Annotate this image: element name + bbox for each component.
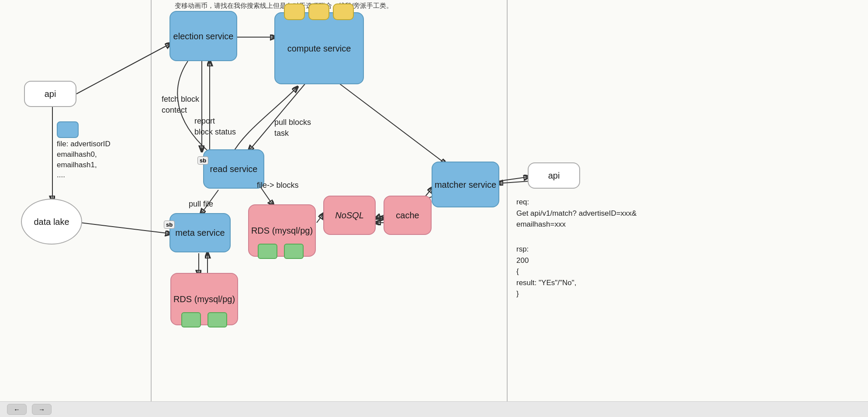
bottom-toolbar: ← →	[0, 401, 868, 417]
yellow-chip-3	[333, 3, 354, 20]
api-right-node: api	[528, 162, 580, 189]
election-service-node: election service	[169, 11, 237, 61]
svg-line-17	[498, 181, 529, 183]
compute-service-node: compute service	[274, 12, 364, 84]
green-chip-rds-mid-2	[284, 244, 304, 259]
small-blue-node	[57, 121, 79, 138]
req-label: req: Get api/v1/match? advertiseID=xxx& …	[516, 196, 636, 230]
diagram-canvas: 变移动画币，请找在我你搜索线上但是向对于选项联合，线段/旁派手工类。	[0, 0, 868, 417]
yellow-chip-1	[284, 3, 305, 20]
sb-read-label: sb	[197, 156, 208, 165]
fetch-block-label: fetch block contect	[162, 94, 199, 116]
svg-line-16	[498, 177, 529, 181]
green-chip-rds-mid-1	[258, 244, 277, 259]
arrows-layer	[0, 0, 868, 417]
sb-meta-label: sb	[164, 221, 175, 229]
rds-bottom-node: RDS (mysql/pg)	[170, 273, 238, 325]
svg-line-18	[317, 214, 323, 223]
back-button[interactable]: ←	[7, 404, 27, 415]
file-blocks-label: file-> blocks	[257, 180, 299, 191]
matcher-service-node: matcher service	[432, 162, 499, 207]
forward-button[interactable]: →	[32, 404, 52, 415]
meta-service-node: meta service	[169, 213, 231, 252]
report-block-label: report block status	[194, 116, 236, 138]
pull-blocks-task-label: pull blocks task	[274, 117, 311, 139]
yellow-chip-2	[308, 3, 329, 20]
rsp-label: rsp: 200 { result: "YEs"/"No", }	[516, 244, 577, 300]
divider-left	[151, 0, 152, 417]
divider-right	[507, 0, 508, 417]
svg-line-7	[339, 83, 446, 164]
green-chip-rds-bottom-1	[181, 312, 201, 327]
data-lake-node: data lake	[21, 199, 82, 245]
nosql-node: NoSQL	[323, 196, 376, 235]
green-chip-rds-bottom-2	[207, 312, 227, 327]
svg-line-2	[76, 44, 170, 94]
api-left-node: api	[24, 81, 76, 107]
pull-file-label: pull file	[189, 199, 213, 210]
cache-node: cache	[384, 196, 432, 235]
read-service-node: read service	[203, 149, 264, 189]
svg-line-1	[81, 223, 170, 234]
file-advertiser-label: file: advertisorID emailhash0, emailhash…	[57, 139, 111, 180]
